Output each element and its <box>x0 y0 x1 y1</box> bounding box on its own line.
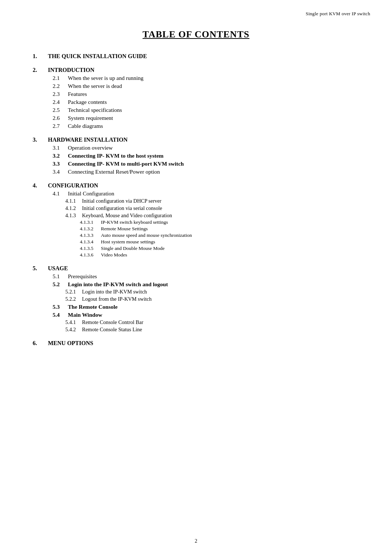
toc-num-2: 2. <box>33 67 46 73</box>
toc-item-2-1: 2.1 When the sever is up and running <box>33 75 359 81</box>
toc-item-5-2-2: 5.2.2 Logout from the IP-KVM switch <box>33 296 359 302</box>
toc-label-2-5: Technical specifications <box>68 107 122 113</box>
toc-item-5-4-1: 5.4.1 Remote Console Control Bar <box>33 319 359 325</box>
toc-num-4-1-3-5: 4.1.3.5 <box>80 246 99 251</box>
toc-item-3: 3. HARDWARE INSTALLATION <box>33 137 359 143</box>
toc-item-2-6: 2.6 System requirement <box>33 115 359 121</box>
toc-label-3-3: Connecting IP- KVM to multi-port KVM swi… <box>68 161 184 167</box>
toc-label-2-1: When the sever is up and running <box>68 75 143 81</box>
toc-label-4-1-3-2: Remote Mouse Settings <box>101 226 148 232</box>
toc-label-4-1-3-1: IP-KVM switch keyboard settings <box>101 219 168 225</box>
toc-item-2-5: 2.5 Technical specifications <box>33 107 359 113</box>
toc-num-1: 1. <box>33 53 46 60</box>
toc-label-5-4-2: Remote Console Status Line <box>82 327 142 333</box>
toc-item-2-7: 2.7 Cable diagrams <box>33 123 359 129</box>
toc-item-5-1: 5.1 Prerequisites <box>33 273 359 280</box>
header-right-text: Single port KVM over IP switch <box>306 11 370 17</box>
toc-label-2-3: Features <box>68 91 87 97</box>
toc-item-4-1-3-3: 4.1.3.3 Auto mouse speed and mouse synch… <box>33 232 359 238</box>
toc-label-4-1-3-4: Host system mouse settings <box>101 239 155 245</box>
toc-label-5-2: Login into the IP-KVM switch and logout <box>68 281 168 288</box>
toc-num-4-1-3: 4.1.3 <box>65 212 80 219</box>
toc-num-5-4-2: 5.4.2 <box>65 327 80 333</box>
toc-item-2: 2. INTRODUCTION <box>33 67 359 73</box>
toc-num-5-2: 5.2 <box>53 281 66 288</box>
toc-item-4-1-1: 4.1.1 Initial configuration via DHCP ser… <box>33 198 359 204</box>
toc-label-1: THE QUICK INSTALLATION GUIDE <box>48 53 147 60</box>
toc-label-4-1-3-5: Single and Double Mouse Mode <box>101 246 164 251</box>
toc-label-4-1: Initial Configuration <box>68 190 114 197</box>
toc-item-4-1-3-2: 4.1.3.2 Remote Mouse Settings <box>33 226 359 232</box>
toc-num-4-1-3-2: 4.1.3.2 <box>80 226 99 232</box>
page-number: 2 <box>33 538 359 544</box>
toc-item-4-1-3-1: 4.1.3.1 IP-KVM switch keyboard settings <box>33 219 359 225</box>
toc-label-4-1-2: Initial configuration via serial console <box>82 205 162 211</box>
toc-num-4-1-1: 4.1.1 <box>65 198 80 204</box>
toc-label-4-1-3: Keyboard, Mouse and Video configuration <box>82 212 172 219</box>
toc-item-4-1-3: 4.1.3 Keyboard, Mouse and Video configur… <box>33 212 359 219</box>
toc-label-3-4: Connecting External Reset/Power option <box>68 169 160 175</box>
toc-label-4: CONFIGURATION <box>48 182 98 189</box>
toc-label-5-2-2: Logout from the IP-KVM switch <box>82 296 152 302</box>
toc-num-2-5: 2.5 <box>53 107 66 113</box>
toc-num-4-1: 4.1 <box>53 190 66 197</box>
toc-item-3-3: 3.3 Connecting IP- KVM to multi-port KVM… <box>33 161 359 167</box>
toc-item-5-2-1: 5.2.1 Login into the IP-KVM switch <box>33 289 359 295</box>
toc-item-2-3: 2.3 Features <box>33 91 359 97</box>
table-of-contents: 1. THE QUICK INSTALLATION GUIDE 2. INTRO… <box>33 53 359 347</box>
toc-num-2-2: 2.2 <box>53 83 66 89</box>
toc-label-3-2: Connecting IP- KVM to the host system <box>68 153 163 159</box>
toc-label-4-1-3-6: Video Modes <box>101 252 127 258</box>
toc-num-2-7: 2.7 <box>53 123 66 129</box>
toc-num-5: 5. <box>33 265 46 272</box>
toc-label-5-4: Main Window <box>68 312 102 318</box>
toc-item-2-4: 2.4 Package contents <box>33 99 359 105</box>
toc-item-6: 6. MENU OPTIONS <box>33 340 359 347</box>
toc-item-5-4: 5.4 Main Window <box>33 312 359 318</box>
toc-item-4: 4. CONFIGURATION <box>33 182 359 189</box>
toc-item-4-1: 4.1 Initial Configuration <box>33 190 359 197</box>
page-container: Single port KVM over IP switch TABLE OF … <box>0 0 392 555</box>
toc-item-1: 1. THE QUICK INSTALLATION GUIDE <box>33 53 359 60</box>
toc-num-2-4: 2.4 <box>53 99 66 105</box>
toc-label-5-1: Prerequisites <box>68 273 97 280</box>
toc-item-5-3: 5.3 The Remote Console <box>33 304 359 310</box>
toc-num-4-1-2: 4.1.2 <box>65 205 80 211</box>
toc-num-3-3: 3.3 <box>53 161 66 167</box>
page-title: TABLE OF CONTENTS <box>33 29 359 40</box>
toc-num-3-1: 3.1 <box>53 145 66 151</box>
toc-item-4-1-3-6: 4.1.3.6 Video Modes <box>33 252 359 258</box>
toc-item-3-2: 3.2 Connecting IP- KVM to the host syste… <box>33 153 359 159</box>
toc-num-6: 6. <box>33 340 46 347</box>
toc-item-3-4: 3.4 Connecting External Reset/Power opti… <box>33 169 359 175</box>
toc-item-4-1-3-4: 4.1.3.4 Host system mouse settings <box>33 239 359 245</box>
toc-num-2-3: 2.3 <box>53 91 66 97</box>
toc-num-2-1: 2.1 <box>53 75 66 81</box>
toc-num-4-1-3-1: 4.1.3.1 <box>80 219 99 225</box>
toc-num-5-2-2: 5.2.2 <box>65 296 80 302</box>
toc-label-5-3: The Remote Console <box>68 304 118 310</box>
toc-num-3-4: 3.4 <box>53 169 66 175</box>
toc-label-4-1-3-3: Auto mouse speed and mouse synchronizati… <box>101 232 192 238</box>
toc-num-5-4: 5.4 <box>53 312 66 318</box>
toc-label-4-1-1: Initial configuration via DHCP server <box>82 198 162 204</box>
toc-item-5-4-2: 5.4.2 Remote Console Status Line <box>33 327 359 333</box>
toc-item-4-1-3-5: 4.1.3.5 Single and Double Mouse Mode <box>33 246 359 251</box>
toc-num-4: 4. <box>33 182 46 189</box>
toc-item-2-2: 2.2 When the server is dead <box>33 83 359 89</box>
toc-num-2-6: 2.6 <box>53 115 66 121</box>
toc-num-4-1-3-4: 4.1.3.4 <box>80 239 99 245</box>
toc-label-5-4-1: Remote Console Control Bar <box>82 319 143 325</box>
toc-num-3: 3. <box>33 137 46 143</box>
toc-item-4-1-2: 4.1.2 Initial configuration via serial c… <box>33 205 359 211</box>
toc-label-3: HARDWARE INSTALLATION <box>48 137 127 143</box>
toc-label-2: INTRODUCTION <box>48 67 94 73</box>
toc-item-3-1: 3.1 Operation overview <box>33 145 359 151</box>
toc-label-5-2-1: Login into the IP-KVM switch <box>82 289 147 295</box>
toc-num-3-2: 3.2 <box>53 153 66 159</box>
toc-num-5-3: 5.3 <box>53 304 66 310</box>
toc-label-2-2: When the server is dead <box>68 83 122 89</box>
toc-label-2-4: Package contents <box>68 99 107 105</box>
toc-label-3-1: Operation overview <box>68 145 113 151</box>
toc-num-4-1-3-6: 4.1.3.6 <box>80 252 99 258</box>
